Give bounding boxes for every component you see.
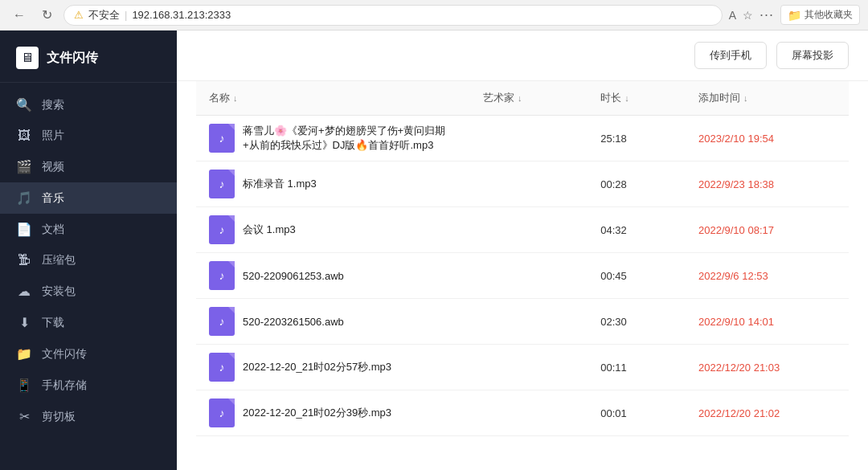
file-name-text-3: 520-2209061253.awb (243, 270, 344, 282)
search-icon: 🔍 (16, 97, 32, 112)
file-name-cell-5: ♪ 2022-12-20_21时02分57秒.mp3 (196, 345, 470, 390)
file-icon-3: ♪ (209, 261, 235, 290)
sidebar-label-videos: 视频 (42, 160, 64, 174)
table-row[interactable]: ♪ 520-2203261506.awb 02:30 2022/9/10 14:… (196, 299, 849, 345)
downloads-icon: ⬇ (16, 315, 32, 330)
file-name-cell-3: ♪ 520-2209061253.awb (196, 253, 470, 299)
table-row[interactable]: ♪ 标准录音 1.mp3 00:28 2022/9/23 18:38 (196, 161, 849, 207)
sidebar-item-packages[interactable]: ☁ 安装包 (0, 276, 177, 307)
sidebar-label-search: 搜索 (42, 98, 64, 112)
sidebar-item-phone[interactable]: 📱 手机存储 (0, 370, 177, 401)
table-header: 名称 ↓ 艺术家 ↓ 时长 (196, 81, 849, 116)
file-artist-cell-3 (470, 253, 588, 299)
addtime-text-5: 2022/12/20 21:03 (698, 362, 780, 374)
sidebar: 🖥 文件闪传 🔍 搜索 🖼 照片 🎬 视频 🎵 音乐 📄 文档 🗜 压缩包 ☁ … (0, 31, 177, 470)
sort-arrow-name: ↓ (233, 93, 238, 103)
file-duration-cell-0: 25:18 (588, 116, 686, 161)
table-row[interactable]: ♪ 520-2209061253.awb 00:45 2022/9/6 12:5… (196, 253, 849, 299)
address-divider: | (125, 9, 127, 21)
addtime-text-3: 2022/9/6 12:53 (698, 270, 768, 282)
main-content: 传到手机 屏幕投影 名称 ↓ 艺术家 (177, 31, 868, 470)
sidebar-item-search[interactable]: 🔍 搜索 (0, 89, 177, 121)
sidebar-title: 文件闪传 (47, 50, 98, 67)
duration-text-4: 02:30 (600, 316, 627, 328)
duration-text-3: 00:45 (600, 270, 627, 282)
col-name[interactable]: 名称 ↓ (196, 81, 470, 116)
sidebar-label-docs: 文档 (42, 223, 64, 237)
addtime-text-0: 2023/2/10 19:54 (698, 133, 774, 145)
address-text: 192.168.31.213:2333 (132, 9, 231, 21)
star-icon[interactable]: ☆ (743, 9, 753, 22)
sidebar-header: 🖥 文件闪传 (0, 31, 177, 83)
table-row[interactable]: ♪ 蒋雪儿🌸《爱河+梦的翅膀哭了伤+黄问归期+从前的我快乐过》DJ版🔥首首好听.… (196, 116, 849, 161)
sidebar-item-downloads[interactable]: ⬇ 下载 (0, 307, 177, 338)
packages-icon: ☁ (16, 284, 32, 299)
duration-text-1: 00:28 (600, 178, 627, 190)
file-name-cell-0: ♪ 蒋雪儿🌸《爱河+梦的翅膀哭了伤+黄问归期+从前的我快乐过》DJ版🔥首首好听.… (196, 116, 470, 161)
audio-symbol-5: ♪ (219, 361, 225, 374)
docs-icon: 📄 (16, 222, 32, 237)
file-artist-cell-2 (470, 207, 588, 253)
back-button[interactable]: ← (8, 6, 31, 24)
sidebar-label-packages: 安装包 (42, 284, 76, 299)
file-icon-6: ♪ (209, 398, 235, 427)
file-name-cell-1: ♪ 标准录音 1.mp3 (196, 161, 470, 207)
table-row[interactable]: ♪ 会议 1.mp3 04:32 2022/9/10 08:17 (196, 207, 849, 253)
screen-cast-button[interactable]: 屏幕投影 (776, 42, 849, 69)
audio-symbol-1: ♪ (219, 178, 225, 190)
browser-menu-button[interactable]: ··· (760, 6, 774, 23)
col-add-time[interactable]: 添加时间 ↓ (686, 81, 849, 116)
sidebar-label-flash: 文件闪传 (42, 347, 87, 362)
file-table: 名称 ↓ 艺术家 ↓ 时长 (177, 81, 868, 470)
sort-arrow-addtime: ↓ (743, 93, 748, 103)
sidebar-item-videos[interactable]: 🎬 视频 (0, 151, 177, 182)
file-addtime-cell-1: 2022/9/23 18:38 (686, 161, 849, 207)
file-artist-cell-1 (470, 161, 588, 207)
sidebar-label-archives: 压缩包 (42, 253, 76, 268)
sidebar-label-phone: 手机存储 (42, 378, 87, 393)
videos-icon: 🎬 (16, 159, 32, 174)
sort-arrow-artist: ↓ (518, 93, 522, 103)
clipboard-icon: ✂ (16, 409, 32, 424)
file-icon-2: ♪ (209, 215, 235, 244)
sidebar-item-archives[interactable]: 🗜 压缩包 (0, 245, 177, 276)
sidebar-item-photos[interactable]: 🖼 照片 (0, 121, 177, 151)
table-row[interactable]: ♪ 2022-12-20_21时02分57秒.mp3 00:11 2022/12… (196, 345, 849, 390)
addtime-text-4: 2022/9/10 14:01 (698, 316, 774, 328)
file-artist-cell-0 (470, 116, 588, 161)
duration-text-6: 00:01 (600, 407, 627, 419)
sidebar-logo: 🖥 (16, 47, 39, 69)
file-name-text-0: 蒋雪儿🌸《爱河+梦的翅膀哭了伤+黄问归期+从前的我快乐过》DJ版🔥首首好听.mp… (243, 124, 457, 153)
browser-actions: A ☆ (729, 9, 753, 22)
file-duration-cell-5: 00:11 (588, 345, 686, 390)
file-artist-cell-6 (470, 390, 588, 436)
audio-symbol-0: ♪ (219, 132, 225, 145)
sidebar-item-music[interactable]: 🎵 音乐 (0, 182, 177, 214)
file-artist-cell-5 (470, 345, 588, 390)
sidebar-item-docs[interactable]: 📄 文档 (0, 214, 177, 245)
sidebar-label-downloads: 下载 (42, 316, 64, 330)
archives-icon: 🗜 (16, 253, 32, 268)
bookmarks-label: 其他收藏夹 (805, 8, 853, 22)
file-addtime-cell-0: 2023/2/10 19:54 (686, 116, 849, 161)
col-duration[interactable]: 时长 ↓ (588, 81, 686, 116)
file-icon-1: ♪ (209, 170, 235, 198)
reload-button[interactable]: ↻ (37, 6, 57, 24)
send-to-phone-button[interactable]: 传到手机 (694, 42, 767, 69)
file-duration-cell-2: 04:32 (588, 207, 686, 253)
file-icon-5: ♪ (209, 353, 235, 382)
duration-text-0: 25:18 (600, 133, 627, 145)
col-artist[interactable]: 艺术家 ↓ (470, 81, 588, 116)
table-body: ♪ 蒋雪儿🌸《爱河+梦的翅膀哭了伤+黄问归期+从前的我快乐过》DJ版🔥首首好听.… (196, 116, 849, 436)
sidebar-item-flash[interactable]: 📁 文件闪传 (0, 338, 177, 370)
audio-symbol-4: ♪ (219, 315, 225, 328)
other-bookmarks: 📁 其他收藏夹 (780, 5, 860, 25)
file-addtime-cell-5: 2022/12/20 21:03 (686, 345, 849, 390)
sidebar-label-clipboard: 剪切板 (42, 410, 76, 424)
table-row[interactable]: ♪ 2022-12-20_21时02分39秒.mp3 00:01 2022/12… (196, 390, 849, 436)
file-name-text-2: 会议 1.mp3 (243, 223, 296, 237)
sidebar-item-clipboard[interactable]: ✂ 剪切板 (0, 401, 177, 432)
file-name-cell-2: ♪ 会议 1.mp3 (196, 207, 470, 253)
file-addtime-cell-3: 2022/9/6 12:53 (686, 253, 849, 299)
address-bar[interactable]: ⚠ 不安全 | 192.168.31.213:2333 (63, 5, 723, 26)
